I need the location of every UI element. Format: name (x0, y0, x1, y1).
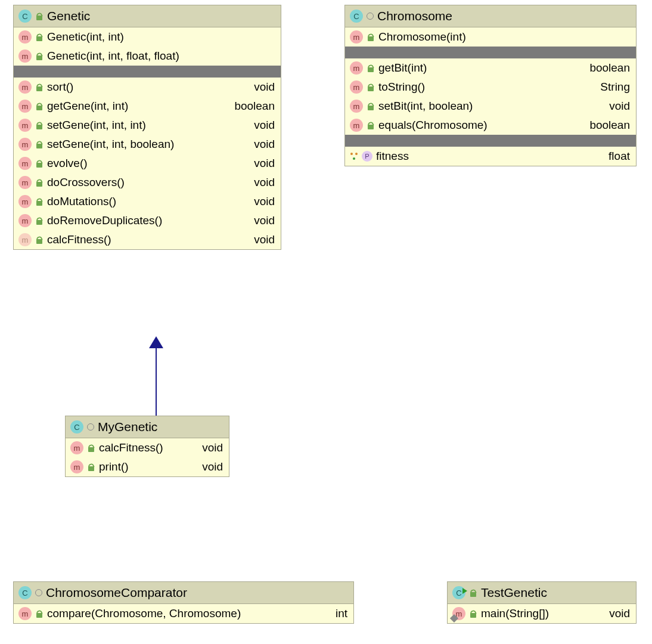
method-icon: m (18, 100, 32, 113)
method-icon: m (18, 607, 32, 620)
method-return: boolean (234, 100, 275, 113)
method-sig: calcFitness() (99, 441, 198, 454)
public-icon (469, 609, 477, 618)
method-row[interactable]: m evolve() void (14, 154, 281, 173)
method-sig: setGene(int, int, int) (47, 119, 250, 132)
public-icon (87, 444, 95, 452)
method-sig: Chromosome(int) (378, 30, 630, 44)
method-sig: evolve() (47, 157, 250, 170)
method-return: boolean (589, 119, 630, 132)
public-icon (35, 140, 44, 148)
method-return: void (202, 441, 223, 454)
method-sig: print() (99, 460, 198, 473)
method-sig: toString() (378, 80, 597, 94)
class-testgenetic[interactable]: C TestGenetic m main(String[]) void (447, 581, 637, 624)
section-divider (345, 135, 636, 147)
method-sig: setGene(int, int, boolean) (47, 138, 250, 151)
method-return: void (254, 233, 275, 246)
constructor-row[interactable]: m Genetic(int, int, float, float) (14, 47, 281, 66)
property-name: fitness (376, 150, 605, 163)
method-row[interactable]: m calcFitness() void (14, 230, 281, 249)
method-row[interactable]: m calcFitness() void (66, 438, 229, 457)
class-name: Genetic (47, 9, 90, 23)
inheritance-arrow (147, 336, 171, 416)
class-icon: C (18, 586, 32, 599)
public-icon (35, 102, 44, 110)
public-icon (35, 33, 44, 41)
method-row[interactable]: m toString() String (345, 78, 636, 97)
runnable-class-icon: C (452, 586, 465, 599)
package-icon (35, 589, 42, 596)
public-icon (35, 121, 44, 129)
public-icon (35, 609, 44, 618)
method-row[interactable]: m setGene(int, int, boolean) void (14, 135, 281, 154)
public-icon (35, 12, 44, 20)
public-icon (35, 178, 44, 187)
method-icon: m (70, 460, 83, 473)
public-icon (367, 33, 375, 41)
property-type: float (608, 150, 630, 163)
method-row[interactable]: m sort() void (14, 78, 281, 97)
method-row[interactable]: m main(String[]) void (448, 604, 636, 623)
method-icon: m (350, 80, 363, 94)
public-icon (367, 83, 375, 91)
method-return: boolean (589, 61, 630, 75)
method-sig: calcFitness() (47, 233, 250, 246)
public-icon (35, 236, 44, 244)
method-sig: Genetic(int, int, float, float) (47, 49, 275, 63)
method-return: void (254, 195, 275, 208)
method-return: void (254, 214, 275, 227)
method-sig: compare(Chromosome, Chromosome) (47, 607, 332, 620)
method-row[interactable]: m doMutations() void (14, 192, 281, 211)
method-return: void (254, 157, 275, 170)
method-row[interactable]: m doRemoveDuplicates() void (14, 211, 281, 230)
method-icon: m (70, 441, 83, 454)
method-sig: doCrossovers() (47, 176, 250, 189)
method-row[interactable]: m print() void (66, 457, 229, 476)
class-header: C TestGenetic (448, 582, 636, 604)
method-row[interactable]: m setBit(int, boolean) void (345, 97, 636, 116)
method-row[interactable]: m compare(Chromosome, Chromosome) int (14, 604, 353, 623)
method-sig: setBit(int, boolean) (378, 100, 606, 113)
class-header: C MyGenetic (66, 416, 229, 438)
method-row[interactable]: m getBit(int) boolean (345, 58, 636, 78)
class-name: Chromosome (377, 9, 452, 23)
package-icon (87, 423, 94, 431)
property-icon (350, 152, 358, 160)
method-return: void (254, 80, 275, 94)
class-mygenetic[interactable]: C MyGenetic m calcFitness() void m print… (65, 416, 229, 477)
method-return: void (609, 100, 630, 113)
method-return: void (254, 119, 275, 132)
class-genetic[interactable]: C Genetic m Genetic(int, int) m Genetic(… (13, 5, 281, 250)
property-badge-icon: P (362, 151, 372, 162)
svg-marker-1 (149, 336, 163, 348)
class-chromosomecomparator[interactable]: C ChromosomeComparator m compare(Chromos… (13, 581, 354, 624)
class-icon: C (70, 420, 83, 434)
constructor-row[interactable]: m Chromosome(int) (345, 27, 636, 47)
property-row[interactable]: P fitness float (345, 147, 636, 166)
method-icon: m (18, 176, 32, 189)
public-icon (35, 216, 44, 225)
method-row[interactable]: m setGene(int, int, int) void (14, 116, 281, 135)
method-return: int (336, 607, 347, 620)
method-row[interactable]: m getGene(int, int) boolean (14, 97, 281, 116)
method-icon: m (18, 119, 32, 132)
method-return: void (254, 176, 275, 189)
class-chromosome[interactable]: C Chromosome m Chromosome(int) m getBit(… (344, 5, 637, 166)
public-icon (367, 102, 375, 110)
section-divider (14, 66, 281, 78)
method-row[interactable]: m equals(Chromosome) boolean (345, 116, 636, 135)
method-sig: doRemoveDuplicates() (47, 214, 250, 227)
public-icon (469, 589, 477, 597)
method-row[interactable]: m doCrossovers() void (14, 173, 281, 192)
class-header: C ChromosomeComparator (14, 582, 353, 604)
method-sig: sort() (47, 80, 250, 94)
method-return: void (609, 607, 630, 620)
public-icon (35, 159, 44, 168)
method-icon: m (350, 100, 363, 113)
public-icon (87, 463, 95, 471)
constructor-row[interactable]: m Genetic(int, int) (14, 27, 281, 47)
method-icon: m (18, 157, 32, 170)
package-icon (367, 13, 374, 20)
class-header: C Genetic (14, 5, 281, 27)
